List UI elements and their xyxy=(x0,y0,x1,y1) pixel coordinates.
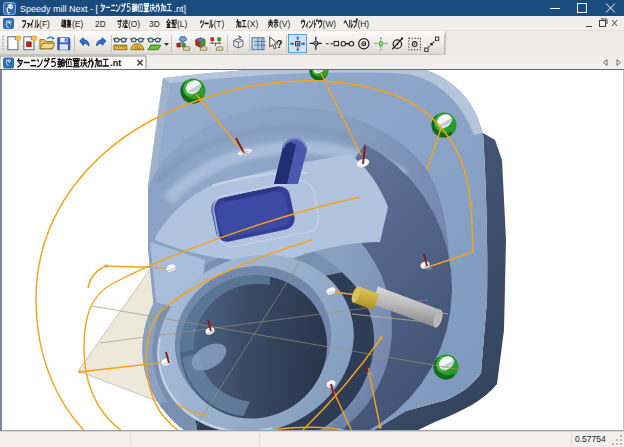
svg-text:(O): (O) xyxy=(128,19,140,29)
svg-text:?: ? xyxy=(276,39,282,50)
svg-text:(H): (H) xyxy=(358,19,370,29)
svg-text:(F): (F) xyxy=(39,19,50,29)
svg-text:(X): (X) xyxy=(247,19,258,29)
svg-text:3D: 3D xyxy=(149,19,160,29)
svg-text:.nt: .nt xyxy=(110,58,121,68)
svg-text:(W): (W) xyxy=(323,19,337,29)
svg-text:(E): (E) xyxy=(72,19,83,29)
svg-text:(L): (L) xyxy=(177,19,187,29)
svg-text:Speedy mill Next - [: Speedy mill Next - [ xyxy=(20,4,99,14)
svg-text:(T): (T) xyxy=(214,19,225,29)
svg-text:.nt]: .nt] xyxy=(173,4,186,14)
svg-text:2D: 2D xyxy=(95,19,106,29)
svg-text:(V): (V) xyxy=(279,19,290,29)
